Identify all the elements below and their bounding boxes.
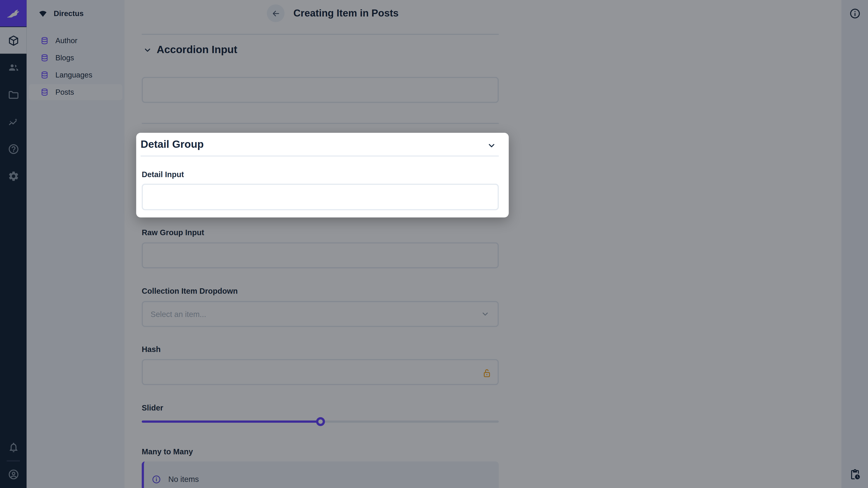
card-divider — [141, 156, 499, 157]
detail-group-title: Detail Group — [141, 138, 204, 151]
directus-app: Directus Author Blogs Languages Posts Cr… — [0, 0, 868, 488]
chevron-down-icon[interactable] — [487, 140, 497, 151]
detail-input[interactable] — [142, 184, 499, 210]
dim-overlay — [0, 0, 868, 488]
detail-group-card: Detail Group Detail Input — [136, 133, 508, 218]
detail-input-label: Detail Input — [142, 170, 184, 179]
